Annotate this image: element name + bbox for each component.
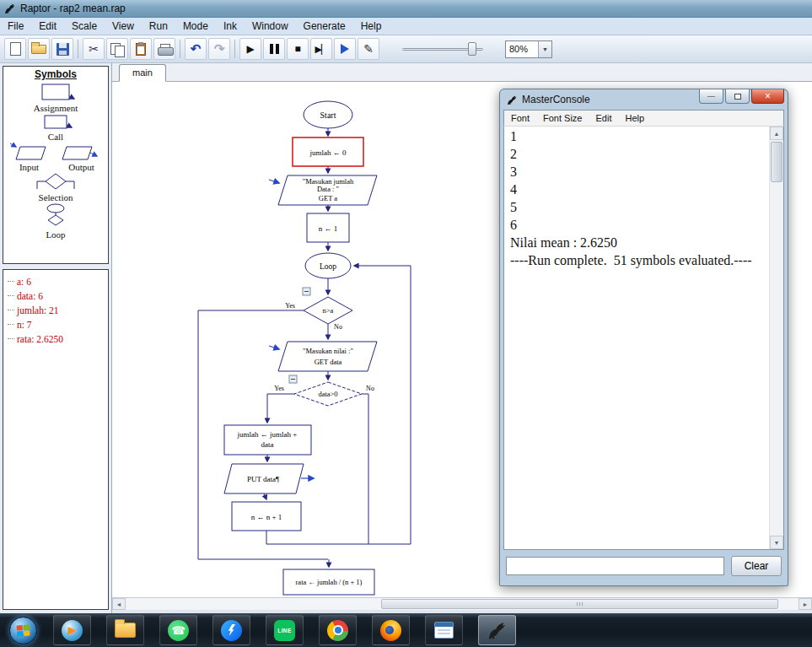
flow-node-condition-data[interactable]: data>0 <box>294 382 362 406</box>
cut-button[interactable]: ✂ <box>83 38 105 60</box>
start-button[interactable] <box>0 613 46 647</box>
printer-icon <box>158 44 172 55</box>
undo-button[interactable]: ↶ <box>185 38 207 60</box>
step-arrow-icon <box>341 44 349 54</box>
flow-node-assign-jumlah[interactable]: jumlah ← 0 <box>293 137 363 166</box>
watch-variable-n: n: 7 <box>5 317 106 332</box>
copy-button[interactable] <box>106 38 128 60</box>
collapse-box-loop[interactable] <box>303 288 310 295</box>
scroll-right-icon: ► <box>803 601 809 607</box>
menu-help[interactable]: Help <box>353 18 390 35</box>
speed-slider[interactable] <box>402 40 483 57</box>
flow-node-put-data[interactable]: PUT data¶ <box>224 464 304 493</box>
scrollbar-track[interactable] <box>126 598 799 610</box>
console-maximize-button[interactable] <box>725 89 750 104</box>
flow-node-condition-loop[interactable]: n>a <box>304 297 352 324</box>
step-button[interactable] <box>334 38 356 60</box>
label-no-data: No <box>366 385 374 392</box>
flow-node-start[interactable]: Start <box>304 101 352 128</box>
open-button[interactable] <box>28 38 50 60</box>
messenger-icon <box>221 620 242 641</box>
taskbar-whatsapp[interactable]: ☎ <box>159 615 197 645</box>
print-button[interactable] <box>153 38 175 60</box>
taskbar-line[interactable]: LINE <box>266 615 304 645</box>
scroll-right-button[interactable]: ► <box>799 598 812 610</box>
ink-pen-button[interactable]: ✎ <box>358 38 379 60</box>
lightning-icon <box>228 624 235 636</box>
menu-generate[interactable]: Generate <box>296 18 353 35</box>
flow-node-input-nilai[interactable]: "Masukan nilai :" GET data <box>278 342 377 371</box>
step-to-end-button[interactable]: ▶▏ <box>310 38 332 60</box>
flow-node-assign-rata[interactable]: rata ← jumlah / (n + 1) <box>283 569 374 595</box>
svg-text:n>a: n>a <box>323 306 334 315</box>
symbol-assignment[interactable]: Assignment <box>3 81 108 113</box>
symbol-output[interactable]: Output <box>60 142 104 172</box>
menu-edit[interactable]: Edit <box>31 18 64 35</box>
flow-node-assign-inc[interactable]: n ← n + 1 <box>232 502 301 531</box>
console-menu-edit[interactable]: Edit <box>589 111 618 126</box>
stop-button[interactable]: ■ <box>287 38 309 60</box>
console-window-buttons: — × <box>697 89 784 104</box>
symbol-call[interactable]: Call <box>3 113 108 142</box>
console-menu-font[interactable]: Font <box>504 111 536 126</box>
console-menu-font-size[interactable]: Font Size <box>536 111 589 126</box>
svg-text:jumlah ← 0: jumlah ← 0 <box>309 148 347 157</box>
flow-node-loop[interactable]: Loop <box>305 253 351 278</box>
scrollbar-thumb[interactable] <box>381 599 778 609</box>
console-line: 5 <box>510 198 763 216</box>
chrome-icon <box>327 620 348 641</box>
console-clear-button[interactable]: Clear <box>731 556 782 576</box>
console-input-field[interactable] <box>506 557 724 575</box>
taskbar-media-player[interactable]: ▶ <box>53 615 91 645</box>
redo-button[interactable]: ↷ <box>208 38 230 60</box>
svg-text:Data : ": Data : " <box>317 185 339 193</box>
menu-mode[interactable]: Mode <box>175 18 216 35</box>
menu-window[interactable]: Window <box>245 18 296 35</box>
console-scroll-up-button[interactable]: ▲ <box>770 127 783 140</box>
svg-text:n ← n + 1: n ← n + 1 <box>251 513 282 521</box>
menu-view[interactable]: View <box>105 18 142 35</box>
console-titlebar[interactable]: MasterConsole — × <box>503 89 784 110</box>
console-output-area[interactable]: 1 2 3 4 5 6 Nilai mean : 2.6250 ----Run … <box>503 127 784 550</box>
output-shape-icon <box>60 142 104 162</box>
menu-ink[interactable]: Ink <box>216 18 245 35</box>
taskbar-file-explorer[interactable] <box>106 615 144 645</box>
zoom-select[interactable]: 80% ▼ <box>505 40 552 58</box>
whatsapp-icon: ☎ <box>168 620 189 641</box>
taskbar-messenger[interactable] <box>212 615 250 645</box>
symbol-loop[interactable]: Loop <box>3 202 108 240</box>
flow-node-assign-n[interactable]: n ← 1 <box>307 213 349 242</box>
play-button[interactable]: ▶ <box>239 38 261 60</box>
menu-file[interactable]: File <box>0 18 31 35</box>
taskbar-chrome[interactable] <box>319 615 357 645</box>
console-menu-help[interactable]: Help <box>618 111 651 126</box>
taskbar-firefox[interactable] <box>372 615 410 645</box>
menu-scale[interactable]: Scale <box>64 18 105 35</box>
console-close-button[interactable]: × <box>751 89 784 104</box>
menu-run[interactable]: Run <box>142 18 175 35</box>
flow-node-assign-sum[interactable]: jumlah ← jumlah + data <box>224 425 311 455</box>
horizontal-scrollbar[interactable]: ◄ ► <box>112 597 812 610</box>
raptor-application-window: Raptor - rap2 mean.rap File Edit Scale V… <box>0 0 812 647</box>
console-minimize-button[interactable]: — <box>699 89 723 104</box>
console-vertical-scrollbar[interactable]: ▲ ▼ <box>769 127 783 549</box>
pause-button[interactable] <box>263 38 285 60</box>
console-scroll-down-button[interactable]: ▼ <box>770 536 783 549</box>
paste-button[interactable] <box>130 38 152 60</box>
tab-main[interactable]: main <box>119 64 166 82</box>
symbol-input[interactable]: Input <box>8 142 51 172</box>
folder-icon <box>115 623 136 638</box>
taskbar-app-window[interactable] <box>425 615 463 645</box>
slider-thumb[interactable] <box>468 42 476 56</box>
symbol-selection[interactable]: Selection <box>3 172 108 202</box>
scroll-left-button[interactable]: ◄ <box>112 598 126 610</box>
flow-node-input-jumlah[interactable]: "Masukan jumlah Data : " GET a <box>278 175 377 205</box>
new-document-icon <box>10 42 21 56</box>
zoom-dropdown-button[interactable]: ▼ <box>538 41 551 57</box>
new-button[interactable] <box>4 38 26 60</box>
collapse-box-data[interactable] <box>289 375 297 383</box>
taskbar-raptor[interactable] <box>478 615 516 645</box>
save-button[interactable] <box>51 38 73 60</box>
console-scrollbar-thumb[interactable] <box>771 142 782 182</box>
pen-icon: ✎ <box>363 42 374 56</box>
